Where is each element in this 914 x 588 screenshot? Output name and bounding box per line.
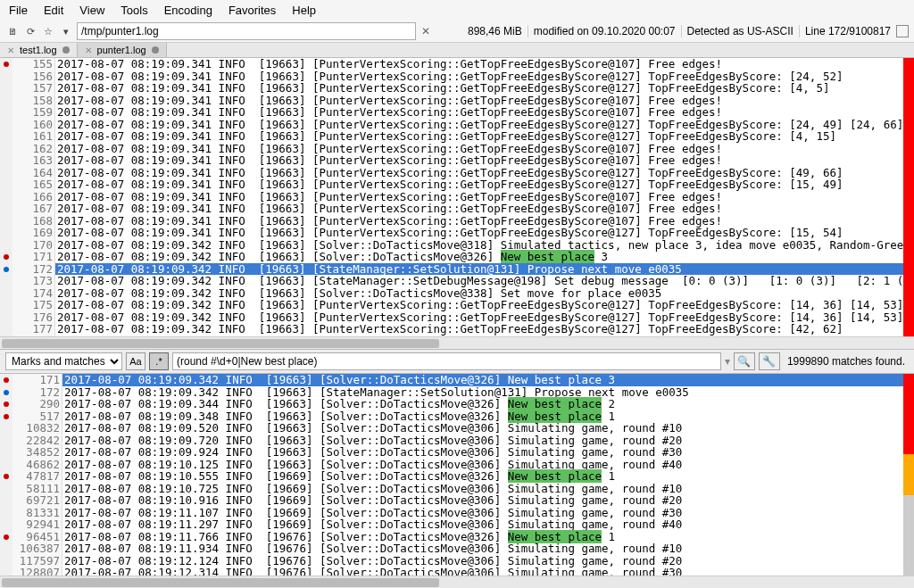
horizontal-scrollbar[interactable] <box>0 336 914 349</box>
log-line[interactable]: 2017-08-07 08:19:10.916 INFO [19669] [So… <box>62 494 903 507</box>
log-line[interactable]: 2017-08-07 08:19:11.934 INFO [19676] [So… <box>62 542 903 555</box>
menu-file[interactable]: File <box>9 4 28 17</box>
log-line[interactable]: 2017-08-07 08:19:12.314 INFO [19676] [So… <box>62 567 903 576</box>
code-area[interactable]: 2017-08-07 08:19:09.341 INFO [19663] [Pu… <box>55 58 903 336</box>
tab-indicator-icon <box>62 46 70 54</box>
log-line[interactable]: 2017-08-07 08:19:09.341 INFO [19663] [Pu… <box>55 106 903 119</box>
log-line[interactable]: 2017-08-07 08:19:09.341 INFO [19663] [Pu… <box>55 167 903 179</box>
log-line[interactable]: 2017-08-07 08:19:09.342 INFO [19663] [So… <box>55 251 903 263</box>
log-line[interactable]: 2017-08-07 08:19:09.342 INFO [19663] [So… <box>62 374 903 386</box>
log-line[interactable]: 2017-08-07 08:19:09.342 INFO [19663] [Pu… <box>55 323 903 335</box>
log-line[interactable]: 2017-08-07 08:19:09.341 INFO [19663] [Pu… <box>55 143 903 155</box>
log-line[interactable]: 2017-08-07 08:19:09.341 INFO [19663] [Pu… <box>55 130 903 143</box>
popout-icon[interactable] <box>896 25 909 37</box>
log-line[interactable]: 2017-08-07 08:19:09.341 INFO [19663] [Pu… <box>55 70 903 83</box>
refresh-icon[interactable]: ⟳ <box>23 24 37 38</box>
log-line[interactable]: 2017-08-07 08:19:09.348 INFO [19663] [So… <box>62 410 903 423</box>
menu-favorites[interactable]: Favorites <box>228 4 276 17</box>
log-line[interactable]: 2017-08-07 08:19:09.720 INFO [19663] [So… <box>62 435 903 447</box>
dropdown-icon[interactable]: ▾ <box>59 24 73 38</box>
log-line[interactable]: 2017-08-07 08:19:09.342 INFO [19663] [So… <box>55 287 903 300</box>
tab-label: test1.log <box>20 45 57 55</box>
log-line[interactable]: 2017-08-07 08:19:09.520 INFO [19663] [So… <box>62 422 903 435</box>
line-number-gutter: 1711722905171083222842348524686247817581… <box>12 374 62 576</box>
editor-pane[interactable]: 1551561571581591601611621631641651661671… <box>0 58 914 336</box>
status-filesize: 898,46 MiB <box>468 25 522 37</box>
log-line[interactable]: 2017-08-07 08:19:09.341 INFO [19663] [Pu… <box>55 215 903 228</box>
log-line[interactable]: 2017-08-07 08:19:09.341 INFO [19663] [Pu… <box>55 82 903 95</box>
log-line[interactable]: 2017-08-07 08:19:09.341 INFO [19663] [Pu… <box>55 178 903 191</box>
search-settings-button[interactable]: 🔧 <box>759 352 780 370</box>
log-line[interactable]: 2017-08-07 08:19:09.341 INFO [19663] [Pu… <box>55 154 903 167</box>
log-line[interactable]: 2017-08-07 08:19:11.107 INFO [19669] [So… <box>62 507 903 519</box>
log-line[interactable]: 2017-08-07 08:19:09.342 INFO [19663] [Pu… <box>55 299 903 311</box>
match-count: 1999890 matches found. <box>784 355 909 368</box>
log-line[interactable]: 2017-08-07 08:19:09.341 INFO [19663] [Pu… <box>55 191 903 203</box>
status-line-position: Line 172/9100817 <box>805 25 891 37</box>
log-line[interactable]: 2017-08-07 08:19:09.924 INFO [19663] [So… <box>62 446 903 459</box>
overview-ruler[interactable] <box>903 374 914 576</box>
log-line[interactable]: 2017-08-07 08:19:10.555 INFO [19669] [So… <box>62 470 903 483</box>
code-area[interactable]: 2017-08-07 08:19:09.342 INFO [19663] [So… <box>62 374 903 576</box>
log-line[interactable]: 2017-08-07 08:19:10.125 INFO [19663] [So… <box>62 459 903 471</box>
menu-encoding[interactable]: Encoding <box>164 4 212 17</box>
log-line[interactable]: 2017-08-07 08:19:09.342 INFO [19663] [St… <box>55 275 903 287</box>
tab-indicator-icon <box>152 46 159 54</box>
file-path-input[interactable] <box>77 22 416 40</box>
status-bar: 898,46 MiB modified on 09.10.2020 00:07 … <box>468 25 909 37</box>
log-line[interactable]: 2017-08-07 08:19:09.342 INFO [19663] [So… <box>55 239 903 252</box>
tab-label: punter1.log <box>97 45 146 55</box>
log-line[interactable]: 2017-08-07 08:19:09.341 INFO [19663] [Pu… <box>55 95 903 107</box>
clear-path-icon[interactable]: ✕ <box>420 25 432 37</box>
menu-view[interactable]: View <box>79 4 104 17</box>
tab-test1[interactable]: ✕ test1.log <box>0 43 78 57</box>
horizontal-scrollbar[interactable] <box>0 576 914 588</box>
search-bar: Marks and matches Aa .* ▾ 🔍 🔧 1999890 ma… <box>0 349 914 374</box>
results-pane[interactable]: 1711722905171083222842348524686247817581… <box>0 374 914 576</box>
log-line[interactable]: 2017-08-07 08:19:09.342 INFO [19663] [St… <box>62 386 903 399</box>
menu-help[interactable]: Help <box>292 4 316 17</box>
menu-tools[interactable]: Tools <box>120 4 147 17</box>
search-input[interactable] <box>172 352 721 370</box>
status-encoding: Detected as US-ASCII <box>687 25 794 37</box>
search-button[interactable]: 🔍 <box>734 352 755 370</box>
bookmark-gutter[interactable] <box>0 58 12 336</box>
tabbar: ✕ test1.log ✕ punter1.log <box>0 43 914 58</box>
star-icon[interactable]: ☆ <box>41 24 55 38</box>
log-line[interactable]: 2017-08-07 08:19:11.766 INFO [19676] [So… <box>62 531 903 543</box>
log-line[interactable]: 2017-08-07 08:19:09.342 INFO [19663] [Pu… <box>55 311 903 324</box>
regex-button[interactable]: .* <box>149 352 169 370</box>
toolbar: 🗎 ⟳ ☆ ▾ ✕ 898,46 MiB modified on 09.10.2… <box>0 21 914 43</box>
log-line[interactable]: 2017-08-07 08:19:09.344 INFO [19663] [So… <box>62 398 903 410</box>
log-line[interactable]: 2017-08-07 08:19:09.341 INFO [19663] [Pu… <box>55 203 903 215</box>
log-line[interactable]: 2017-08-07 08:19:09.341 INFO [19663] [Pu… <box>55 119 903 131</box>
log-line[interactable]: 2017-08-07 08:19:12.124 INFO [19676] [So… <box>62 555 903 567</box>
overview-ruler[interactable] <box>903 58 914 336</box>
menubar[interactable]: File Edit View Tools Encoding Favorites … <box>0 0 914 21</box>
search-mode-dropdown[interactable]: Marks and matches <box>5 352 122 370</box>
log-line[interactable]: 2017-08-07 08:19:10.725 INFO [19669] [So… <box>62 483 903 495</box>
bookmark-gutter[interactable] <box>0 374 12 576</box>
status-modified: modified on 09.10.2020 00:07 <box>534 25 676 37</box>
log-line[interactable]: 2017-08-07 08:19:09.342 INFO [19663] [St… <box>55 263 903 276</box>
new-file-icon[interactable]: 🗎 <box>5 24 20 38</box>
scrollbar-thumb[interactable] <box>2 578 439 587</box>
log-line[interactable]: 2017-08-07 08:19:11.297 INFO [19669] [So… <box>62 518 903 531</box>
close-icon[interactable]: ✕ <box>7 46 14 55</box>
menu-edit[interactable]: Edit <box>44 4 63 17</box>
close-icon[interactable]: ✕ <box>85 46 92 55</box>
tab-punter1[interactable]: ✕ punter1.log <box>78 43 167 57</box>
log-line[interactable]: 2017-08-07 08:19:09.341 INFO [19663] [Pu… <box>55 58 903 70</box>
case-sensitive-button[interactable]: Aa <box>126 352 145 370</box>
log-line[interactable]: 2017-08-07 08:19:09.341 INFO [19663] [Pu… <box>55 227 903 239</box>
scrollbar-thumb[interactable] <box>2 339 439 348</box>
line-number-gutter: 1551561571581591601611621631641651661671… <box>12 58 55 336</box>
